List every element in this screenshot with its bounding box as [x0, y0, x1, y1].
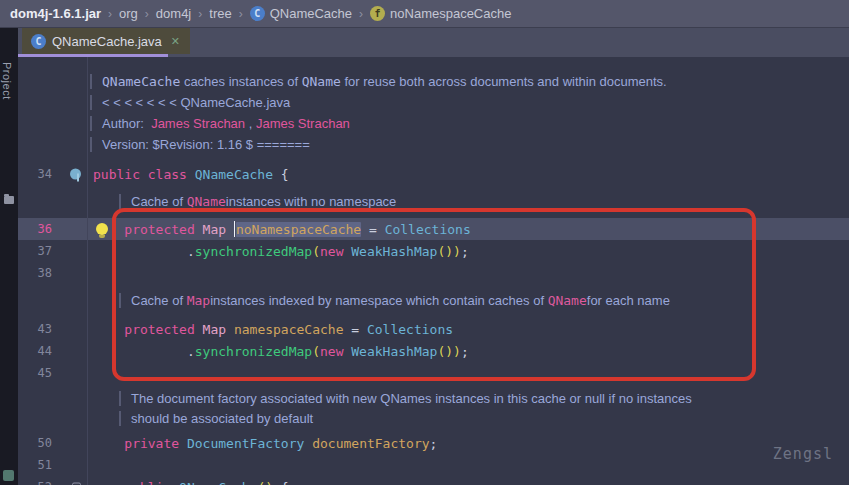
token: instances indexed by namespace which con…: [210, 293, 547, 308]
token: James Strachan: [151, 116, 245, 131]
token: (: [312, 344, 320, 359]
token: {: [281, 167, 289, 182]
code-line[interactable]: 44 .synchronizedMap(new WeakHashMap());: [18, 340, 849, 362]
token: synchronizedMap: [195, 344, 312, 359]
token: Cache of: [131, 194, 187, 209]
gap-row: [18, 211, 849, 218]
stripe-bottom-icon[interactable]: [3, 470, 14, 481]
chevron-separator-icon: ›: [239, 7, 243, 21]
token: noNamespaceCache: [236, 222, 361, 237]
editor-pane[interactable]: QNameCache caches instances of QName for…: [18, 57, 849, 485]
token: public: [124, 480, 179, 485]
breadcrumb-item-dom4j-1.6.1.jar[interactable]: dom4j-1.6.1.jar: [10, 6, 101, 21]
line-number[interactable]: 45: [18, 366, 52, 380]
line-number[interactable]: 50: [18, 436, 52, 450]
gutter: 38: [18, 262, 88, 284]
code-line[interactable]: 45: [18, 362, 849, 384]
token: ;: [430, 436, 438, 451]
token: [93, 244, 187, 259]
breadcrumb-item-qnamecache[interactable]: CQNameCache: [250, 6, 352, 21]
line-number[interactable]: 36: [18, 222, 52, 236]
token: for each name: [587, 293, 670, 308]
breadcrumb-label: QNameCache: [270, 6, 352, 21]
line-number[interactable]: 51: [18, 458, 52, 472]
doc-comment-line[interactable]: should be associated by default: [18, 408, 849, 428]
gutter: [18, 155, 88, 163]
breadcrumb-label: dom4j: [156, 6, 191, 21]
gutter: [18, 92, 88, 113]
doc-comment-line[interactable]: QNameCache caches instances of QName for…: [18, 71, 849, 92]
field-icon: f: [370, 6, 385, 21]
token: Map: [203, 322, 234, 337]
breadcrumb-label: org: [119, 6, 138, 21]
token: documentFactory: [312, 436, 429, 451]
doc-comment-line[interactable]: Author: James Strachan , James Strachan: [18, 113, 849, 134]
breadcrumb-bar: dom4j-1.6.1.jar›org›dom4j›tree›CQNameCac…: [0, 0, 849, 28]
token: instances with no namespace: [226, 194, 397, 209]
token: [93, 480, 124, 485]
code-line[interactable]: 50 private DocumentFactory documentFacto…: [18, 432, 849, 454]
line-number[interactable]: 38: [18, 266, 52, 280]
line-number[interactable]: 44: [18, 344, 52, 358]
doc-comment-line[interactable]: < < < < < < < QNameCache.java: [18, 92, 849, 113]
line-number[interactable]: 37: [18, 244, 52, 258]
code-line[interactable]: 52 public QNameCache() {: [18, 476, 849, 485]
token: new: [320, 244, 351, 259]
token: < < < < < < < QNameCache.java: [102, 95, 290, 110]
close-icon[interactable]: ✕: [171, 35, 180, 48]
left-tool-stripe: Project: [0, 28, 18, 485]
breadcrumb-item-dom4j[interactable]: dom4j: [156, 6, 191, 21]
token: [93, 344, 187, 359]
token: [93, 322, 124, 337]
token: James Strachan: [256, 116, 350, 131]
gutter: [18, 191, 88, 211]
navigate-marker-icon[interactable]: [70, 169, 81, 180]
project-tool-button[interactable]: Project: [1, 62, 13, 100]
doc-comment-line[interactable]: Version: $Revision: 1.16 $ =======: [18, 134, 849, 155]
doc-comment-line[interactable]: The document factory associated with new…: [18, 388, 849, 408]
line-number[interactable]: 34: [18, 167, 52, 181]
token: should be associated by default: [131, 411, 313, 426]
token: (): [257, 480, 273, 485]
tab-qnamecache-java[interactable]: C QNameCache.java ✕: [22, 28, 190, 54]
token: QNameCache: [179, 480, 257, 485]
breadcrumb-item-org[interactable]: org: [119, 6, 138, 21]
code-line[interactable]: 51: [18, 454, 849, 476]
token: WeakHashMap: [351, 244, 437, 259]
line-number[interactable]: 43: [18, 322, 52, 336]
token: caches instances of: [180, 74, 301, 89]
gutter: [18, 71, 88, 92]
token: QNameCache: [102, 74, 180, 89]
token: The document factory associated with new…: [131, 391, 692, 406]
gutter: [18, 290, 88, 310]
gutter: [18, 310, 88, 318]
code-line[interactable]: 34public class QNameCache {: [18, 163, 849, 185]
token: public class: [93, 167, 195, 182]
breadcrumb-label: dom4j-1.6.1.jar: [10, 6, 101, 21]
breadcrumb-item-tree[interactable]: tree: [209, 6, 231, 21]
gutter: 43: [18, 318, 88, 340]
token: ;: [461, 344, 469, 359]
breadcrumb-item-nonamespacecache[interactable]: fnoNamespaceCache: [370, 6, 511, 21]
code-line[interactable]: 43 protected Map namespaceCache = Collec…: [18, 318, 849, 340]
code-line[interactable]: 36 protected Map noNamespaceCache = Coll…: [18, 218, 849, 240]
token: .: [187, 244, 195, 259]
doc-comment-line[interactable]: Cache of Mapinstances indexed by namespa…: [18, 290, 849, 310]
token: Collections: [367, 322, 453, 337]
gutter: 37: [18, 240, 88, 262]
class-icon: C: [250, 6, 265, 21]
token: Version: $Revision: 1.16 $ =======: [102, 137, 310, 152]
token: ): [453, 244, 461, 259]
doc-comment-line[interactable]: Cache of QNameinstances with no namespac…: [18, 191, 849, 211]
code-line[interactable]: 38: [18, 262, 849, 284]
token: {: [273, 480, 289, 485]
lightbulb-icon[interactable]: [96, 223, 108, 235]
code-line[interactable]: 37 .synchronizedMap(new WeakHashMap());: [18, 240, 849, 262]
gutter: [18, 113, 88, 134]
token: Collections: [385, 222, 471, 237]
token: QName: [548, 293, 587, 308]
token: ,: [245, 116, 256, 131]
line-number[interactable]: 52: [18, 480, 52, 485]
gutter: 36: [18, 218, 88, 240]
editor-tab-bar: C QNameCache.java ✕: [18, 28, 849, 57]
